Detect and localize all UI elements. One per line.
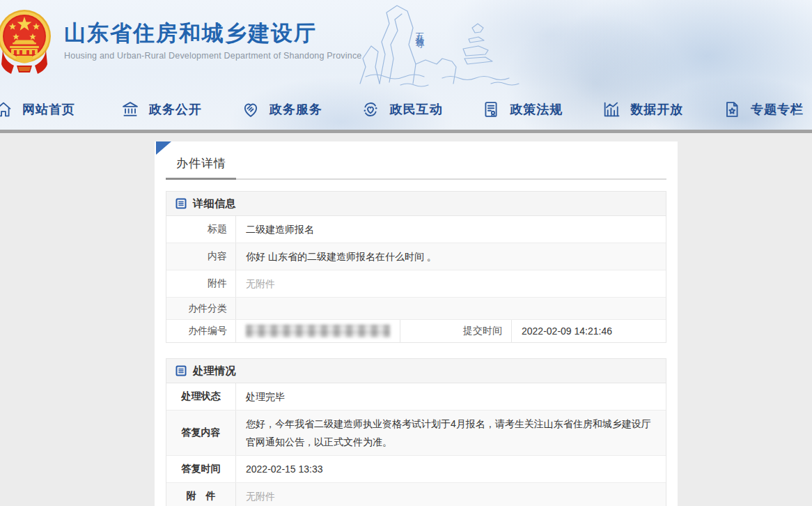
header-row: 山东省住房和城乡建设厅 Housing and Urban-Rural Deve… xyxy=(0,0,812,89)
main-nav: 网站首页 政务公开 政务服务 xyxy=(0,89,812,130)
nav-label: 网站首页 xyxy=(22,101,75,118)
table-row: 答复内容 您好，今年我省二级建造师执业资格考试计划于4月报名，请考生关注山东省住… xyxy=(166,411,666,456)
site-title: 山东省住房和城乡建设厅 xyxy=(64,21,362,46)
row-label: 内容 xyxy=(166,243,236,270)
home-icon xyxy=(0,100,13,119)
landscape-drawing: 五岳独尊 xyxy=(359,0,543,89)
row-label: 附件 xyxy=(166,270,236,297)
table-row: 办件分类 xyxy=(166,298,666,320)
row-value xyxy=(236,298,666,319)
detail-info-section: 详细信息 标题 二级建造师报名 内容 你好 山东省的二级建造师报名在什么时间 。… xyxy=(166,191,666,343)
detail-info-header: 详细信息 xyxy=(166,192,666,216)
redacted-case-number xyxy=(246,325,390,337)
nav-label: 政务服务 xyxy=(270,101,322,118)
bar-chart-icon xyxy=(602,100,621,119)
row-value: 2022-02-15 13:33 xyxy=(236,456,666,482)
site-header: 山东省住房和城乡建设厅 Housing and Urban-Rural Deve… xyxy=(0,0,812,130)
page: 山东省住房和城乡建设厅 Housing and Urban-Rural Deve… xyxy=(0,0,812,506)
nav-label: 数据开放 xyxy=(630,101,683,118)
nav-item-gov-services[interactable]: 政务服务 xyxy=(241,100,322,119)
table-row: 处理状态 处理完毕 xyxy=(166,383,666,411)
row-label: 处理状态 xyxy=(166,383,236,410)
nav-item-public-interaction[interactable]: 政民互动 xyxy=(361,100,442,119)
process-status-section: 处理情况 处理状态 处理完毕 答复内容 您好，今年我省二级建造师执业资格考试计划… xyxy=(166,358,666,506)
submit-time-label: 提交时间 xyxy=(400,320,512,342)
row-value: 你好 山东省的二级建造师报名在什么时间 。 xyxy=(236,243,666,270)
section-title: 处理情况 xyxy=(193,365,236,378)
process-status-header: 处理情况 xyxy=(166,359,666,383)
nav-item-home[interactable]: 网站首页 xyxy=(0,100,75,119)
row-label: 办件分类 xyxy=(166,298,236,319)
policy-document-icon xyxy=(481,100,501,119)
table-row: 附 件 无附件 xyxy=(166,483,666,506)
document-list-icon xyxy=(175,198,187,209)
row-label: 附 件 xyxy=(166,483,236,506)
nav-divider-strip xyxy=(0,130,812,133)
row-label: 办件编号 xyxy=(166,320,236,342)
row-label: 答复时间 xyxy=(166,456,236,482)
heart-orbit-icon xyxy=(361,100,380,119)
row-value: 二级建造师报名 xyxy=(236,216,666,243)
row-value: 无附件 xyxy=(236,483,666,506)
row-value: 处理完毕 xyxy=(236,383,666,410)
section-title: 详细信息 xyxy=(193,197,236,210)
detail-card: 办件详情 详细信息 标题 二级建造师报名 内容 你 xyxy=(155,141,678,506)
landscape-inscription: 五岳独尊 xyxy=(415,25,425,48)
table-row-case-number: 办件编号 提交时间 2022-02-09 14:21:46 xyxy=(166,320,666,342)
site-subtitle: Housing and Urban-Rural Development Depa… xyxy=(64,51,362,61)
document-list-icon xyxy=(175,365,187,376)
nav-label: 政民互动 xyxy=(389,101,442,118)
nav-item-special-columns[interactable]: 专题专栏 xyxy=(722,100,804,119)
site-title-block: 山东省住房和城乡建设厅 Housing and Urban-Rural Deve… xyxy=(64,3,362,61)
table-row: 答复时间 2022-02-15 13:33 xyxy=(166,456,666,483)
nav-label: 专题专栏 xyxy=(751,101,804,118)
nav-label: 政策法规 xyxy=(510,101,563,118)
row-value: 您好，今年我省二级建造师执业资格考试计划于4月报名，请考生关注山东省住房和城乡建… xyxy=(236,411,666,455)
content-area: 办件详情 详细信息 标题 二级建造师报名 内容 你 xyxy=(0,141,812,506)
handshake-heart-icon xyxy=(241,100,260,119)
table-row: 内容 你好 山东省的二级建造师报名在什么时间 。 xyxy=(166,243,666,270)
row-value: 无附件 xyxy=(236,270,666,297)
table-row: 标题 二级建造师报名 xyxy=(166,216,666,243)
submit-time-value: 2022-02-09 14:21:46 xyxy=(512,320,666,342)
starred-page-icon xyxy=(722,100,742,119)
nav-item-policies[interactable]: 政策法规 xyxy=(481,100,563,119)
row-label: 标题 xyxy=(166,216,236,243)
row-label: 答复内容 xyxy=(166,411,236,455)
case-number-cell xyxy=(236,320,400,342)
national-emblem-icon xyxy=(0,4,54,79)
nav-item-open-data[interactable]: 数据开放 xyxy=(602,100,683,119)
nav-label: 政务公开 xyxy=(149,101,202,118)
site-logo[interactable]: 山东省住房和城乡建设厅 Housing and Urban-Rural Deve… xyxy=(0,3,362,78)
card-title-bar: 办件详情 xyxy=(166,141,666,180)
government-building-icon xyxy=(120,100,140,119)
nav-item-gov-affairs[interactable]: 政务公开 xyxy=(120,100,202,119)
page-title: 办件详情 xyxy=(176,157,226,170)
title-underline xyxy=(166,178,236,180)
table-row: 附件 无附件 xyxy=(166,270,666,298)
